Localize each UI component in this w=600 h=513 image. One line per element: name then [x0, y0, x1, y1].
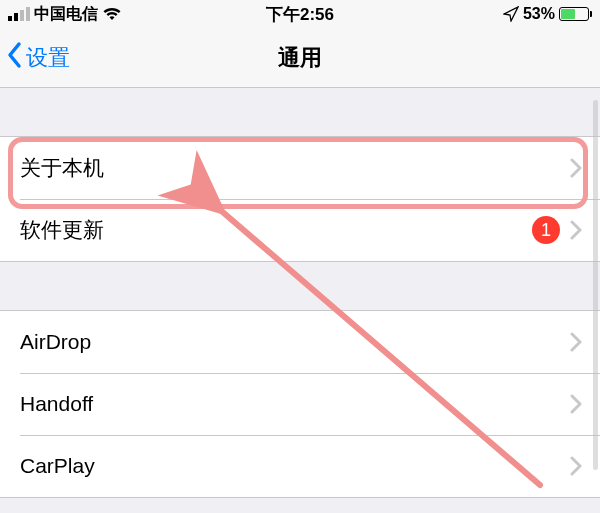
- cell-carplay[interactable]: CarPlay: [0, 435, 600, 497]
- cell-label: CarPlay: [20, 454, 570, 478]
- scrollbar[interactable]: [593, 100, 598, 470]
- chevron-left-icon: [6, 41, 24, 75]
- chevron-right-icon: [570, 158, 582, 178]
- cell-label: 关于本机: [20, 154, 570, 182]
- wifi-icon: [102, 7, 122, 21]
- status-left: 中国电信: [8, 4, 122, 25]
- battery-percent: 53%: [523, 5, 555, 23]
- update-badge: 1: [532, 216, 560, 244]
- chevron-right-icon: [570, 220, 582, 240]
- cell-label: AirDrop: [20, 330, 570, 354]
- nav-bar: 设置 通用: [0, 28, 600, 88]
- chevron-right-icon: [570, 394, 582, 414]
- chevron-right-icon: [570, 456, 582, 476]
- status-right: 53%: [503, 5, 592, 23]
- signal-icon: [8, 7, 30, 21]
- cell-about[interactable]: 关于本机: [0, 137, 600, 199]
- status-bar: 中国电信 下午2:56 53%: [0, 0, 600, 28]
- location-icon: [503, 6, 519, 22]
- back-label: 设置: [26, 43, 70, 73]
- group-separator: [0, 262, 600, 310]
- back-button[interactable]: 设置: [0, 41, 70, 75]
- chevron-right-icon: [570, 332, 582, 352]
- cell-airdrop[interactable]: AirDrop: [0, 311, 600, 373]
- list-group-1: 关于本机 软件更新 1: [0, 136, 600, 262]
- group-separator: [0, 88, 600, 136]
- list-group-2: AirDrop Handoff CarPlay: [0, 310, 600, 498]
- battery-icon: [559, 7, 592, 21]
- page-title: 通用: [278, 43, 322, 73]
- cell-label: 软件更新: [20, 216, 532, 244]
- screen: 中国电信 下午2:56 53% 设置 通用 关于本机: [0, 0, 600, 513]
- cell-software-update[interactable]: 软件更新 1: [0, 199, 600, 261]
- cell-label: Handoff: [20, 392, 570, 416]
- carrier-label: 中国电信: [34, 4, 98, 25]
- cell-handoff[interactable]: Handoff: [0, 373, 600, 435]
- clock: 下午2:56: [266, 3, 334, 26]
